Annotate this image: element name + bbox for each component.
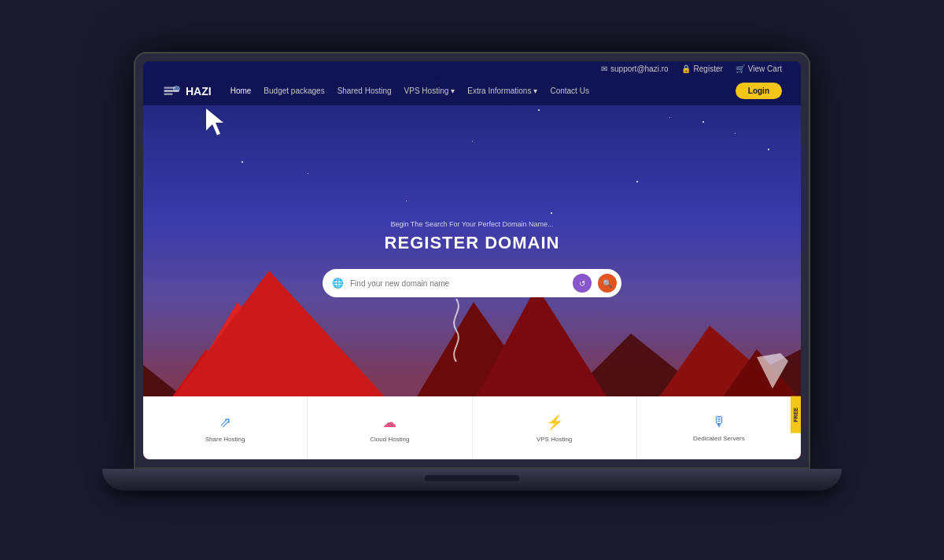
login-button[interactable]: Login [736, 83, 782, 99]
hero-section: Begin The Search For Your Perfect Domain… [143, 105, 801, 396]
card-label-cloud: Cloud Hosting [370, 436, 409, 443]
svg-marker-10 [206, 109, 223, 135]
cart-link[interactable]: 🛒 View Cart [736, 64, 782, 73]
card-vps-hosting[interactable]: ⚡ VPS Hosting [473, 396, 637, 459]
card-dedicated[interactable]: 🎙 Dedicated Servers FREE [637, 396, 801, 459]
navbar: HAZI Home Budget packages Shared Hosting [143, 76, 801, 105]
domain-search-bar: 🌐 ↺ 🔍 [323, 269, 621, 297]
hero-subtitle: Begin The Search For Your Perfect Domain… [391, 220, 554, 228]
search-button[interactable]: 🔍 [598, 274, 617, 293]
svg-rect-13 [164, 93, 172, 94]
laptop-wrapper: ✉ support@hazi.ro 🔒 Register 🛒 View Cart [118, 52, 826, 508]
nav-home[interactable]: Home [230, 87, 252, 95]
logo[interactable]: HAZI [162, 85, 212, 98]
card-share-hosting[interactable]: ⇗ Share Hosting [143, 396, 308, 459]
hero-title: REGISTER DOMAIN [385, 233, 560, 253]
nav-links: Home Budget packages Shared Hosting VPS … [230, 87, 729, 95]
website: ✉ support@hazi.ro 🔒 Register 🛒 View Cart [143, 61, 801, 459]
email-icon: ✉ [601, 64, 607, 73]
svg-point-14 [173, 86, 179, 90]
nav-budget[interactable]: Budget packages [264, 87, 324, 95]
lock-icon: 🔒 [681, 64, 691, 73]
dropdown-arrow-vps: ▾ [451, 87, 455, 95]
nav-vps[interactable]: VPS Hosting ▾ [404, 87, 455, 95]
laptop-base [102, 469, 842, 491]
reset-button[interactable]: ↺ [573, 274, 592, 293]
mic-icon: 🎙 [712, 414, 726, 430]
dropdown-arrow-extra: ▾ [533, 87, 537, 95]
card-cloud-hosting[interactable]: ☁ Cloud Hosting [308, 396, 472, 459]
laptop-bezel: ✉ support@hazi.ro 🔒 Register 🛒 View Cart [134, 52, 810, 469]
support-email: support@hazi.ro [610, 64, 669, 73]
logo-text: HAZI [186, 85, 212, 98]
globe-icon: 🌐 [332, 278, 344, 289]
cursor-arrow [206, 109, 228, 138]
card-label-share: Share Hosting [205, 436, 245, 443]
cart-icon: 🛒 [736, 64, 745, 73]
card-label-vps: VPS Hosting [537, 436, 572, 443]
top-bar: ✉ support@hazi.ro 🔒 Register 🛒 View Cart [143, 61, 801, 76]
feature-cards: ⇗ Share Hosting ☁ Cloud Hosting ⚡ VPS Ho… [143, 396, 801, 459]
squiggle-decoration [441, 299, 472, 365]
register-link[interactable]: 🔒 Register [681, 64, 723, 73]
cloud-icon: ☁ [382, 414, 396, 431]
domain-search-input[interactable] [350, 279, 566, 288]
laptop-screen: ✉ support@hazi.ro 🔒 Register 🛒 View Cart [143, 61, 801, 459]
email-topbar: ✉ support@hazi.ro [601, 64, 669, 73]
nav-contact[interactable]: Contact Us [550, 87, 588, 95]
nav-shared[interactable]: Shared Hosting [337, 87, 392, 95]
nav-extra[interactable]: Extra Informations ▾ [467, 87, 537, 95]
card-label-dedicated: Dedicated Servers [693, 435, 745, 442]
bolt-icon: ⚡ [546, 414, 563, 431]
share-icon: ⇗ [219, 414, 231, 431]
free-badge: FREE [791, 396, 801, 433]
